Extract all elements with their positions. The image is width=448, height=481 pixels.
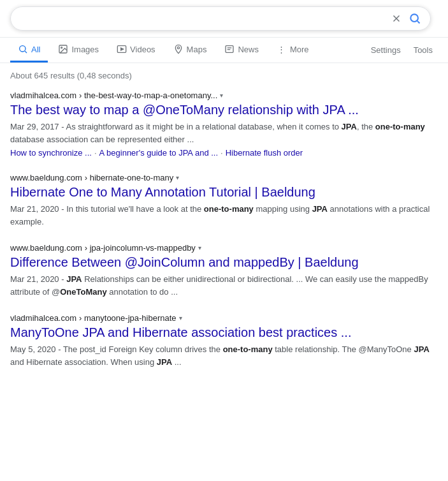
result-dash: -	[61, 204, 66, 214]
settings-button[interactable]: Settings	[366, 39, 406, 61]
results-stats: About 645 results (0,48 seconds)	[10, 71, 438, 80]
videos-icon	[117, 44, 127, 54]
search-button[interactable]	[408, 12, 421, 25]
tab-maps[interactable]: Maps	[166, 38, 215, 63]
tab-videos[interactable]: Videos	[109, 38, 163, 63]
search-bar-wrapper: JPA Onetomany (site:vladmihalcea.com OR …	[0, 0, 448, 38]
result-sub-link[interactable]: Hibernate flush order	[226, 148, 303, 158]
dropdown-arrow-icon[interactable]: ▾	[179, 314, 182, 322]
result-snippet: Mar 21, 2020 - In this tutorial we'll ha…	[10, 203, 438, 228]
more-icon: ⋮	[277, 44, 287, 54]
result-title[interactable]: ManyToOne JPA and Hibernate association …	[10, 324, 438, 341]
maps-icon	[173, 44, 184, 54]
result-title[interactable]: Difference Between @JoinColumn and mappe…	[10, 254, 438, 270]
result-item: www.baeldung.com › jpa-joincolumn-vs-map…	[10, 243, 438, 298]
link-sep: ·	[94, 148, 97, 158]
result-item: vladmihalcea.com › the-best-way-to-map-a…	[10, 91, 438, 158]
result-dash: -	[61, 274, 66, 284]
svg-point-4	[20, 46, 25, 52]
result-date: Mar 29, 2017	[10, 122, 59, 131]
nav-tabs: All Images Videos Maps	[0, 38, 448, 63]
result-item: vladmihalcea.com › manytoone-jpa-hiberna…	[10, 313, 438, 368]
search-bar-icons	[391, 12, 421, 25]
svg-point-10	[177, 47, 179, 48]
dropdown-arrow-icon[interactable]: ▾	[176, 174, 179, 181]
result-links: How to synchronize ... · A beginner's gu…	[10, 148, 438, 158]
tab-images[interactable]: Images	[50, 38, 106, 63]
all-icon	[18, 44, 28, 54]
news-icon	[224, 44, 235, 54]
svg-point-2	[410, 14, 418, 22]
result-item: www.baeldung.com › hibernate-one-to-many…	[10, 173, 438, 228]
result-url-row: vladmihalcea.com › the-best-way-to-map-a…	[10, 91, 438, 100]
result-path: › manytoone-jpa-hibernate	[79, 313, 176, 323]
svg-line-5	[25, 51, 27, 53]
result-url-row: www.baeldung.com › hibernate-one-to-many…	[10, 173, 438, 182]
result-sub-link[interactable]: A beginner's guide to JPA and ...	[99, 148, 219, 158]
result-title[interactable]: The best way to map a @OneToMany relatio…	[10, 101, 438, 118]
clear-button[interactable]	[391, 13, 402, 24]
result-snippet: Mar 21, 2020 - JPA Relationships can be …	[10, 273, 438, 298]
clear-icon	[391, 13, 402, 24]
result-path: › jpa-joincolumn-vs-mappedby	[85, 243, 196, 253]
dropdown-arrow-icon[interactable]: ▾	[220, 92, 223, 99]
result-snippet: May 5, 2020 - The post_id Foreign Key co…	[10, 343, 438, 368]
result-date: Mar 21, 2020	[10, 204, 59, 214]
result-path: › hibernate-one-to-many	[85, 173, 173, 182]
result-domain: www.baeldung.com	[10, 173, 82, 182]
result-date: Mar 21, 2020	[10, 274, 59, 284]
svg-point-7	[61, 47, 62, 48]
search-icon	[408, 12, 421, 25]
search-input[interactable]: JPA Onetomany (site:vladmihalcea.com OR …	[20, 13, 386, 24]
result-domain: vladmihalcea.com	[10, 91, 76, 100]
result-dash: -	[58, 344, 63, 354]
result-date: May 5, 2020	[10, 344, 56, 354]
svg-marker-9	[121, 48, 124, 50]
result-domain: vladmihalcea.com	[10, 313, 76, 323]
results-area: About 645 results (0,48 seconds) vladmih…	[0, 63, 448, 391]
images-icon	[58, 44, 68, 54]
result-domain: www.baeldung.com	[10, 243, 82, 253]
tab-all[interactable]: All	[10, 38, 48, 63]
result-title[interactable]: Hibernate One to Many Annotation Tutoria…	[10, 184, 438, 200]
result-url-row: www.baeldung.com › jpa-joincolumn-vs-map…	[10, 243, 438, 253]
tab-more[interactable]: ⋮ More	[269, 38, 317, 63]
dropdown-arrow-icon[interactable]: ▾	[198, 244, 201, 251]
svg-line-3	[417, 21, 420, 24]
tools-button[interactable]: Tools	[408, 39, 438, 61]
result-sub-link[interactable]: How to synchronize ...	[10, 148, 92, 158]
result-url-row: vladmihalcea.com › manytoone-jpa-hiberna…	[10, 313, 438, 323]
link-sep: ·	[220, 148, 223, 158]
result-path: › the-best-way-to-map-a-onetomany...	[79, 91, 217, 100]
result-snippet: Mar 29, 2017 - As straightforward as it …	[10, 121, 438, 145]
tab-news[interactable]: News	[217, 38, 266, 63]
search-bar: JPA Onetomany (site:vladmihalcea.com OR …	[10, 6, 431, 31]
